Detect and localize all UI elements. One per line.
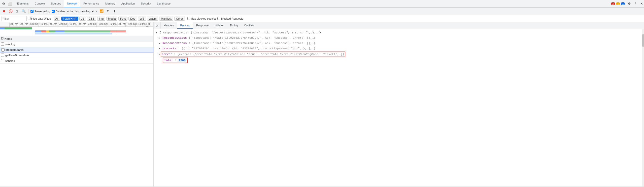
ruler-100ms: 100 ms — [9, 23, 18, 27]
server-key: server — [162, 53, 172, 56]
rs2-collapse[interactable]: ▶ — [159, 42, 160, 45]
close-panel-button[interactable]: ✕ — [154, 22, 161, 29]
list-item-getuserinfo[interactable]: getUserBrowseInfo — [0, 53, 153, 58]
item-name-2: productSearch — [6, 48, 152, 51]
tab-application[interactable]: Application — [118, 0, 138, 7]
blocked-cookies-checkbox[interactable] — [187, 17, 190, 20]
filter-other[interactable]: Other — [174, 17, 185, 21]
server-collapse[interactable]: ▶ — [159, 52, 160, 57]
item-name-1: sendlog — [5, 43, 152, 46]
clear-button[interactable]: 🚫 — [8, 9, 13, 14]
panel-tab-response[interactable]: Response — [193, 22, 212, 29]
preview-panel: ✕ Headers Preview Response Initiator Tim… — [154, 22, 644, 186]
filter-all[interactable]: All — [54, 17, 60, 21]
filter-img[interactable]: Img — [97, 17, 105, 21]
tab-lighthouse[interactable]: Lighthouse — [154, 0, 174, 7]
item-checkbox-3[interactable] — [1, 54, 4, 57]
blocked-cookies-text: Has blocked cookies — [191, 17, 216, 20]
list-item-sendlog-2[interactable]: sendlog — [0, 58, 153, 64]
filter-toggle-button[interactable]: ⧖ — [15, 9, 20, 14]
devtools-icon: ⚙ — [1, 2, 6, 6]
filter-doc[interactable]: Doc — [128, 17, 137, 21]
filter-js[interactable]: JS — [79, 17, 86, 21]
filter-manifest[interactable]: Manifest — [159, 17, 173, 21]
tab-sources[interactable]: Sources — [48, 0, 64, 7]
bar-5 — [46, 30, 49, 32]
tab-console[interactable]: Console — [32, 0, 48, 7]
ruler-1500ms: 1500 ms — [145, 23, 153, 27]
json-total[interactable]: total : 2908 — [154, 57, 644, 63]
blocked-requests-label[interactable]: Blocked Requests — [217, 17, 243, 20]
filter-input[interactable] — [2, 16, 27, 21]
record-button[interactable]: ⏺ — [2, 9, 7, 14]
filter-wasm[interactable]: Wasm — [147, 17, 158, 21]
marker-1 — [115, 27, 115, 36]
json-response-status-1[interactable]: ▶ ResponseStatus : {Timestamp: "/Date(16… — [154, 35, 644, 41]
throttle-arrow: ▼ — [95, 10, 97, 13]
panel-tab-timing[interactable]: Timing — [227, 22, 241, 29]
ruler-600ms: 600 ms — [58, 23, 67, 27]
preserve-log-label[interactable]: Preserve log — [30, 10, 50, 13]
more-options-button[interactable]: ⋮ — [633, 1, 638, 6]
filter-bar: Hide data URLs | All Fetch/XHR JS CSS Im… — [0, 15, 644, 22]
hide-data-urls-text: Hide data URLs — [31, 17, 51, 20]
panel-tab-headers[interactable]: Headers — [161, 22, 177, 29]
item-checkbox-2[interactable] — [1, 48, 5, 52]
warning-badge: 1 — [616, 2, 620, 5]
preserve-log-checkbox[interactable] — [30, 10, 33, 13]
panel-tabs: ✕ Headers Preview Response Initiator Tim… — [154, 22, 644, 29]
settings-button[interactable]: ⚙ — [627, 1, 632, 6]
root-summary: ResponseStatus: {Timestamp: "/Date(16292… — [163, 31, 318, 34]
scrollbar-thumb[interactable] — [642, 34, 644, 47]
tab-elements[interactable]: Elements — [14, 0, 32, 7]
hide-data-urls-checkbox[interactable] — [28, 17, 30, 20]
root-collapse[interactable]: ▼ — [156, 31, 157, 34]
json-server[interactable]: ▶ server : {extras: {ServerInfo_Extra_Ci… — [154, 51, 644, 57]
item-checkbox-4[interactable] — [1, 59, 4, 62]
item-name-3: getUserBrowseInfo — [5, 54, 152, 57]
right-scrollbar[interactable] — [642, 29, 644, 186]
import-button[interactable]: ⬆ — [106, 9, 111, 14]
ruler-1400ms: 1400 ms — [135, 23, 146, 27]
root-open-brace: { — [159, 31, 161, 34]
disable-cache-label[interactable]: Disable cache — [52, 10, 73, 13]
disable-cache-checkbox[interactable] — [52, 10, 55, 13]
panel-tab-initiator[interactable]: Initiator — [212, 22, 227, 29]
json-root[interactable]: ▼ { ResponseStatus: {Timestamp: "/Date(1… — [154, 30, 644, 35]
preserve-log-text: Preserve log — [35, 10, 50, 13]
products-collapse[interactable]: ▶ — [159, 47, 160, 50]
json-products[interactable]: ▶ products : [{id: "83709429", basicInfo… — [154, 46, 644, 51]
close-devtools-button[interactable]: ✕ — [639, 1, 644, 6]
ruler-1100ms: 1100 ms — [106, 23, 116, 27]
json-response-status-2[interactable]: ▶ ResponseStatus : {Timestamp: "/Date(16… — [154, 41, 644, 46]
tab-performance[interactable]: Performance — [80, 0, 102, 7]
list-item-productsearch[interactable]: productSearch — [0, 47, 153, 53]
network-list[interactable]: sendlog productSearch getUserBrowseInfo … — [0, 41, 153, 186]
panel-tab-preview[interactable]: Preview — [177, 22, 193, 29]
tab-network[interactable]: Network — [64, 0, 80, 7]
network-conditions-button[interactable]: 📶 — [99, 9, 104, 14]
tab-memory[interactable]: Memory — [102, 0, 118, 7]
blocked-requests-checkbox[interactable] — [217, 17, 220, 20]
filter-css[interactable]: CSS — [87, 17, 96, 21]
ruler-1300ms: 1300 ms — [125, 23, 136, 27]
filter-font[interactable]: Font — [118, 17, 127, 21]
hide-data-urls-label[interactable]: Hide data URLs — [28, 17, 51, 20]
blocked-cookies-label[interactable]: Has blocked cookies — [187, 17, 216, 20]
filter-sep-2: | — [186, 17, 187, 20]
filter-ws[interactable]: WS — [138, 17, 146, 21]
list-item-sendlog-1[interactable]: sendlog — [0, 41, 153, 47]
panel-tab-cookies[interactable]: Cookies — [241, 22, 257, 29]
main-content: 100 ms 200 ms 300 ms 400 ms 500 ms 600 m… — [0, 22, 644, 186]
rs1-value: {Timestamp: "/Date(1629255277754+0800)/"… — [192, 36, 315, 39]
filter-media[interactable]: Media — [106, 17, 117, 21]
export-button[interactable]: ⬇ — [112, 9, 117, 14]
filter-fetch-xhr[interactable]: Fetch/XHR — [61, 17, 78, 21]
network-toolbar: ⏺ 🚫 ⧖ 🔍 Preserve log Disable cache No th… — [0, 8, 644, 15]
rs1-collapse[interactable]: ▶ — [159, 37, 160, 39]
throttle-dropdown[interactable]: No throttling — [75, 10, 95, 13]
search-button[interactable]: 🔍 — [21, 9, 26, 14]
inspect-icon[interactable]: ⬜ — [7, 2, 13, 6]
item-checkbox-1[interactable] — [1, 42, 4, 46]
tab-security[interactable]: Security — [138, 0, 154, 7]
